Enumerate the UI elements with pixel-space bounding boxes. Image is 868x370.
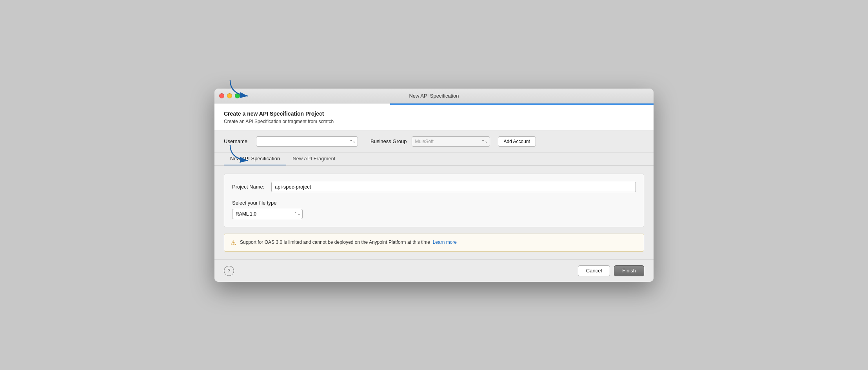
help-icon: ? [227,268,230,274]
username-select[interactable] [256,136,358,147]
minimize-button[interactable] [227,93,232,98]
project-name-row: Project Name: [232,182,636,192]
desktop: New API Specification Create a new API S… [0,0,868,370]
username-select-wrapper: ⌃⌄ [256,136,358,147]
tabs-container: New API Specification New API Fragment [214,152,654,166]
username-row: Username ⌃⌄ Business Group MuleSoft ⌃⌄ A… [214,131,654,152]
dialog-header: Create a new API Specification Project C… [214,103,654,131]
window-title: New API Specification [409,93,459,99]
window-controls [219,93,240,98]
tab-new-api-fragment[interactable]: New API Fragment [286,152,341,165]
project-name-input[interactable] [271,182,636,192]
cancel-button[interactable]: Cancel [578,265,610,276]
close-button[interactable] [219,93,224,98]
tabs-row: New API Specification New API Fragment [224,152,644,165]
username-label: Username [224,138,251,144]
maximize-button[interactable] [235,93,240,98]
finish-button[interactable]: Finish [614,265,644,276]
tab-new-api-specification[interactable]: New API Specification [224,152,286,165]
dialog-title: Create a new API Specification Project [224,111,644,117]
file-type-select-wrapper: RAML 1.0 OAS 2.0 OAS 3.0 ⌃⌄ [232,209,303,219]
dialog-footer: ? Cancel Finish [214,259,654,282]
form-panel: Project Name: Select your file type RAML… [224,174,644,227]
footer-buttons: Cancel Finish [578,265,644,276]
warning-box: ⚠ Support for OAS 3.0 is limited and can… [224,234,644,252]
business-group-label: Business Group [370,138,407,144]
help-button[interactable]: ? [224,266,234,276]
project-name-label: Project Name: [232,184,271,190]
title-bar: New API Specification [214,89,654,103]
warning-icon: ⚠ [231,239,236,247]
main-content: Project Name: Select your file type RAML… [214,166,654,259]
business-group-select[interactable]: MuleSoft [412,136,490,147]
business-group-select-wrapper: MuleSoft ⌃⌄ [412,136,490,147]
add-account-button[interactable]: Add Account [498,136,536,147]
loading-bar [390,103,654,105]
warning-text: Support for OAS 3.0 is limited and canno… [240,239,457,246]
file-type-section: Select your file type RAML 1.0 OAS 2.0 O… [232,200,636,219]
file-type-label: Select your file type [232,200,636,206]
dialog-subtitle: Create an API Specification or fragment … [224,119,644,124]
learn-more-link[interactable]: Learn more [433,239,457,245]
dialog-window: New API Specification Create a new API S… [214,89,654,282]
file-type-select[interactable]: RAML 1.0 OAS 2.0 OAS 3.0 [232,209,303,219]
